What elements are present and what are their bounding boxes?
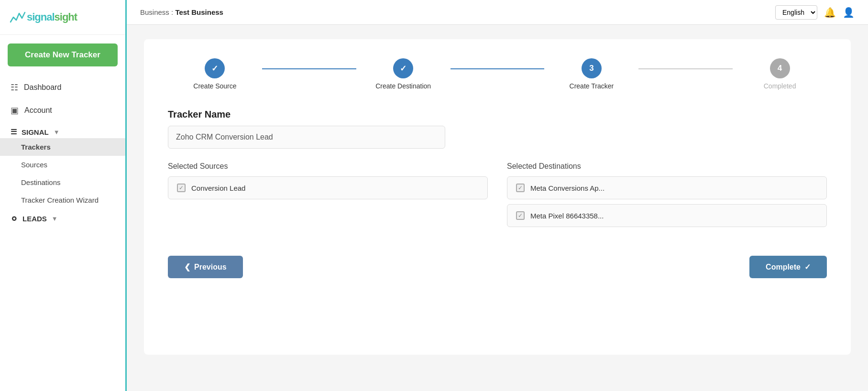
sidebar-item-destinations[interactable]: Destinations	[0, 174, 125, 191]
account-icon: ▣	[11, 105, 19, 116]
business-name: Test Business	[175, 8, 223, 16]
button-row: ❮ Previous Complete ✓	[168, 256, 827, 278]
sources-label: Sources	[21, 161, 47, 169]
step-2-circle: ✓	[393, 58, 413, 78]
source-name-0: Conversion Lead	[191, 184, 245, 192]
signal-section-label: SIGNAL	[22, 128, 49, 136]
step-1: ✓ Create Source	[168, 58, 262, 90]
complete-label: Complete	[766, 263, 801, 272]
leads-icon: ⭘	[11, 215, 18, 223]
leads-section-label: LEADS	[22, 215, 47, 223]
step-3-circle: 3	[582, 58, 602, 78]
previous-label: Previous	[194, 263, 227, 272]
complete-button[interactable]: Complete ✓	[749, 256, 827, 278]
tracker-wizard-label: Tracker Creation Wizard	[21, 196, 99, 204]
step-line-2	[450, 68, 545, 69]
sidebar-item-sources[interactable]: Sources	[0, 156, 125, 174]
tracker-name-section: Tracker Name	[168, 109, 827, 149]
main-content: Business : Test Business English 🔔 👤 ✓ C…	[127, 0, 868, 391]
tracker-name-input[interactable]	[168, 126, 445, 149]
topbar-right: English 🔔 👤	[775, 5, 855, 20]
complete-check-icon: ✓	[804, 262, 811, 272]
user-avatar-icon[interactable]: 👤	[843, 7, 855, 18]
dest-checkbox-1[interactable]: ✓	[516, 211, 525, 220]
step-3: 3 Create Tracker	[544, 58, 638, 90]
step-line-3	[638, 68, 733, 69]
sidebar-item-tracker-wizard[interactable]: Tracker Creation Wizard	[0, 191, 125, 209]
step-2: ✓ Create Destination	[356, 58, 450, 90]
previous-button[interactable]: ❮ Previous	[168, 256, 243, 278]
source-item-0: ✓ Conversion Lead	[168, 176, 488, 199]
dest-checkbox-0[interactable]: ✓	[516, 184, 525, 192]
step-line-1	[262, 68, 356, 69]
trackers-label: Trackers	[21, 143, 51, 151]
sidebar-item-account[interactable]: ▣ Account	[0, 99, 125, 122]
prev-arrow-icon: ❮	[184, 262, 190, 272]
signal-chevron-icon: ▼	[54, 129, 60, 136]
sidebar-nav: ☷ Dashboard ▣ Account ☰ SIGNAL ▼ Tracker…	[0, 76, 125, 225]
dest-item-0: ✓ Meta Conversions Ap...	[507, 176, 827, 199]
sidebar-logo-area: signalsight	[0, 0, 125, 35]
topbar: Business : Test Business English 🔔 👤	[127, 0, 868, 25]
destinations-panel: Selected Destinations ✓ Meta Conversions…	[507, 162, 827, 232]
step-3-label: Create Tracker	[570, 82, 614, 90]
signal-icon: ☰	[11, 128, 17, 136]
step-4-label: Completed	[764, 82, 796, 90]
sidebar-section-signal[interactable]: ☰ SIGNAL ▼	[0, 122, 125, 138]
tracker-name-label: Tracker Name	[168, 109, 827, 120]
breadcrumb: Business : Test Business	[140, 8, 223, 16]
sidebar-section-leads[interactable]: ⭘ LEADS ▼	[0, 209, 125, 225]
dest-item-1: ✓ Meta Pixel 86643358...	[507, 204, 827, 227]
dest-name-1: Meta Pixel 86643358...	[530, 212, 604, 220]
logo-text: signalsight	[27, 11, 77, 23]
wizard-card: ✓ Create Source ✓ Create Destination 3 C…	[144, 39, 851, 355]
stepper: ✓ Create Source ✓ Create Destination 3 C…	[168, 58, 827, 90]
sidebar: signalsight Create New Tracker ☷ Dashboa…	[0, 0, 127, 391]
sources-panel: Selected Sources ✓ Conversion Lead	[168, 162, 488, 232]
logo-icon	[10, 9, 27, 26]
language-select[interactable]: English	[775, 5, 817, 20]
dest-name-0: Meta Conversions Ap...	[530, 184, 604, 192]
sidebar-item-trackers[interactable]: Trackers	[0, 138, 125, 156]
step-1-label: Create Source	[193, 82, 236, 90]
sidebar-item-account-label: Account	[24, 106, 52, 115]
selected-sources-label: Selected Sources	[168, 162, 488, 171]
destinations-label: Destinations	[21, 178, 61, 186]
panels-row: Selected Sources ✓ Conversion Lead Selec…	[168, 162, 827, 232]
step-4-circle: 4	[770, 58, 790, 78]
selected-destinations-label: Selected Destinations	[507, 162, 827, 171]
wizard-area: ✓ Create Source ✓ Create Destination 3 C…	[127, 25, 868, 391]
source-checkbox-0[interactable]: ✓	[177, 184, 186, 192]
leads-chevron-icon: ▼	[52, 215, 58, 222]
step-2-label: Create Destination	[375, 82, 431, 90]
create-new-tracker-button[interactable]: Create New Tracker	[8, 43, 118, 66]
step-1-circle: ✓	[205, 58, 225, 78]
sidebar-item-dashboard[interactable]: ☷ Dashboard	[0, 76, 125, 99]
sidebar-item-dashboard-label: Dashboard	[24, 83, 61, 92]
dashboard-icon: ☷	[11, 82, 18, 93]
step-4: 4 Completed	[733, 58, 827, 90]
notification-bell-icon[interactable]: 🔔	[824, 7, 836, 18]
business-label: Business :	[140, 8, 175, 16]
